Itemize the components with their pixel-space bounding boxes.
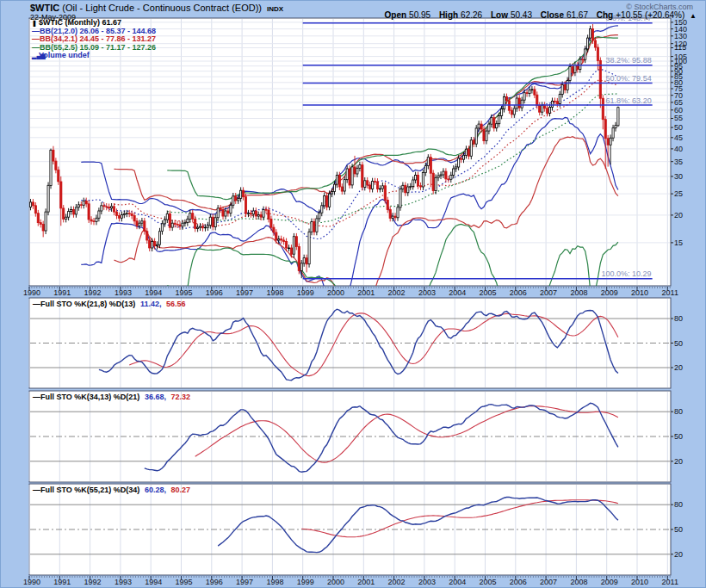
price-tick-label: 60 (674, 106, 683, 115)
year-label: 2002 (388, 288, 406, 297)
year-label: 2011 (662, 288, 678, 297)
volume-icon: ▂▄▆ (32, 52, 39, 60)
stoch-panel-1: 205080 (29, 298, 683, 388)
stoch1-k-value: 11.42, (140, 300, 162, 308)
stoch-tick-label: 80 (674, 407, 683, 416)
year-label: 2006 (510, 288, 527, 297)
stoch-tick-label: 20 (674, 550, 683, 559)
fib-level-label: 38.2%: 95.88 (606, 56, 652, 65)
price-tick-label: 20 (674, 211, 683, 220)
year-label: 2003 (418, 578, 436, 586)
year-label: 1999 (297, 578, 314, 586)
main-legend: ❚$WTIC (Monthly) 61.67 —BB(21,2.0) 26.06… (32, 19, 156, 60)
year-label: 2002 (388, 578, 406, 586)
stockcharts-page: 1501401301201151051009590858075706560555… (0, 0, 706, 588)
year-label: 1997 (236, 578, 253, 586)
open-label: Open (385, 10, 407, 20)
stoch1-label: —Full STO %K(21,8) %D(13) (33, 300, 135, 308)
year-label: 1994 (145, 288, 162, 297)
price-tick-label: 15 (674, 238, 683, 247)
year-label: 2005 (479, 288, 496, 297)
stoch3-label: —Full STO %K(55,21) %D(34) (33, 486, 139, 494)
instrument-name: (Oil - Light Crude - Continuous Contract… (62, 3, 262, 13)
year-label: 2009 (601, 578, 618, 586)
year-label: 2008 (570, 288, 587, 297)
stoch3-k-value: 60.28, (145, 486, 166, 494)
year-label: 2004 (449, 288, 466, 297)
year-label: 1990 (23, 288, 40, 297)
price-tick-label: 50 (674, 123, 683, 132)
year-label: 1993 (115, 578, 132, 586)
close-value: 61.67 (567, 10, 588, 20)
year-label: 2010 (631, 578, 648, 586)
year-label: 2011 (662, 578, 678, 586)
year-axis-top: 1990199119921993199419951996199719981999… (23, 287, 678, 297)
stoch1-legend: —Full STO %K(21,8) %D(13) 11.42, 56.56 (33, 300, 185, 308)
year-label: 2004 (449, 578, 466, 586)
stoch-tick-label: 50 (674, 339, 683, 348)
year-label: 2005 (479, 578, 496, 586)
year-label: 2003 (418, 288, 436, 297)
year-label: 2000 (327, 288, 344, 297)
chart-title: $WTIC (Oil - Light Crude - Continuous Co… (30, 3, 283, 13)
stoch-tick-label: 50 (674, 432, 683, 441)
high-value: 62.26 (461, 10, 482, 20)
legend-symbol-text: $WTIC (Monthly) 61.67 (39, 18, 121, 27)
year-label: 2007 (540, 578, 557, 586)
up-arrow-icon: ▲ (690, 12, 697, 20)
year-label: 2008 (570, 578, 587, 586)
year-label: 1995 (175, 578, 192, 586)
year-label: 2001 (357, 288, 375, 297)
stoch-tick-label: 20 (674, 363, 683, 372)
price-tick-label: 35 (674, 158, 683, 166)
stoch2-label: —Full STO %K(34,13) %D(21) (33, 393, 139, 401)
stoch-tick-label: 80 (674, 314, 683, 323)
open-value: 50.95 (409, 10, 430, 20)
stoch-panel-3: 205080 (29, 484, 683, 575)
year-label: 1996 (206, 578, 223, 586)
fib-level-label: 61.8%: 63.20 (606, 96, 652, 105)
fib-level-label: 100.0%: 10.29 (602, 269, 652, 278)
price-tick-label: 45 (674, 133, 683, 142)
stoch2-d-value: 72.32 (170, 393, 190, 401)
year-label: 1993 (115, 288, 132, 297)
high-label: High (439, 10, 458, 20)
year-label: 1998 (266, 288, 283, 297)
year-label: 2010 (631, 288, 648, 297)
year-label: 1994 (145, 578, 162, 586)
year-label: 1995 (175, 288, 192, 297)
low-label: Low (491, 10, 508, 20)
year-label: 1992 (84, 578, 102, 586)
year-label: 1991 (53, 288, 71, 297)
year-label: 2006 (510, 578, 527, 586)
year-label: 1992 (84, 288, 102, 297)
stoch2-k-value: 36.68, (145, 393, 166, 401)
year-label: 1999 (297, 288, 314, 297)
year-label: 1990 (23, 578, 40, 586)
year-label: 2001 (357, 578, 375, 586)
year-label: 2000 (327, 578, 344, 586)
year-label: 2009 (601, 288, 618, 297)
close-label: Close (541, 10, 564, 20)
year-label: 1997 (236, 288, 253, 297)
year-label: 2007 (540, 288, 557, 297)
price-tick-label: 25 (674, 189, 683, 198)
stoch2-legend: —Full STO %K(34,13) %D(21) 36.68, 72.32 (33, 393, 190, 401)
stoch3-legend: —Full STO %K(55,21) %D(34) 60.28, 80.27 (33, 486, 190, 494)
year-label: 1998 (266, 578, 283, 586)
price-tick-label: 40 (674, 145, 683, 153)
stoch-tick-label: 80 (674, 500, 683, 509)
price-tick-label: 55 (674, 114, 683, 122)
quote-bar: Open50.95 High62.26 Low50.43 Close61.67 … (379, 10, 697, 20)
stoch-panel-2: 205080 (29, 391, 683, 482)
price-tick-label: 30 (674, 172, 683, 181)
price-tick-label: 115 (674, 43, 686, 52)
low-value: 50.43 (511, 10, 532, 20)
year-label: 1996 (206, 288, 223, 297)
fib-level-label: 50.0%: 79.54 (606, 74, 652, 83)
exchange-label: INDX (267, 5, 283, 13)
legend-volume-row: ▂▄▆Volume undef (32, 52, 156, 60)
year-label: 1991 (53, 578, 71, 586)
stoch3-d-value: 80.27 (170, 486, 190, 494)
legend-volume-text: Volume undef (39, 51, 90, 59)
